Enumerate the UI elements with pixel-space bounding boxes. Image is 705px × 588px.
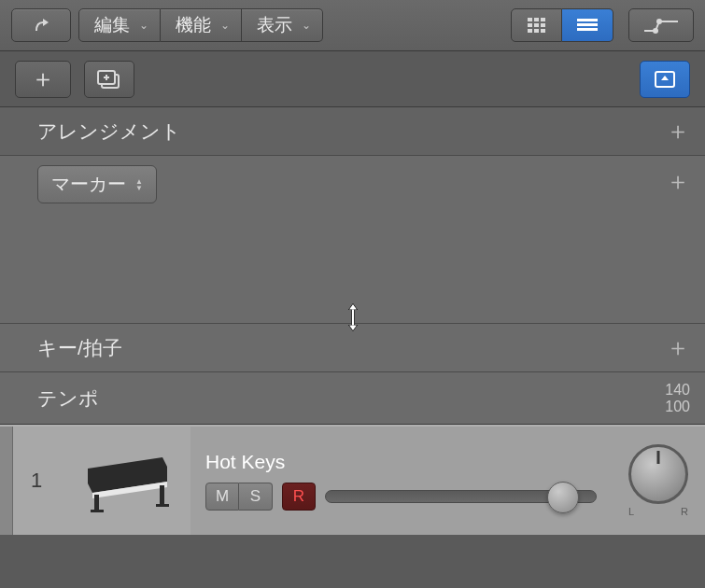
solo-button[interactable]: S [239, 483, 273, 511]
volume-slider[interactable] [325, 490, 597, 503]
marker-track-area[interactable]: マーカー ▲▼ ＋ [0, 156, 705, 324]
svg-point-13 [656, 19, 662, 24]
automation-icon [642, 16, 680, 35]
pointer-tool-button[interactable] [11, 8, 71, 42]
menu-group: 編集 ⌄ 機能 ⌄ 表示 ⌄ [78, 8, 323, 42]
view-mode-group [511, 8, 613, 42]
duplicate-track-button[interactable] [84, 61, 134, 98]
marker-type-selector[interactable]: マーカー ▲▼ [37, 165, 157, 203]
stepper-icon: ▲▼ [135, 178, 143, 191]
grid-icon [527, 17, 547, 34]
pan-left-label: L [628, 506, 634, 517]
pan-control-area: L R [612, 427, 705, 535]
svg-rect-11 [577, 28, 598, 31]
svg-point-12 [653, 28, 658, 34]
view-menu[interactable]: 表示 ⌄ [242, 8, 323, 42]
svg-rect-3 [528, 23, 532, 27]
track-drag-handle[interactable] [0, 427, 13, 535]
svg-rect-28 [94, 495, 99, 511]
volume-slider-thumb[interactable] [547, 482, 579, 513]
track-button-row: M S R [205, 483, 597, 511]
list-view-button[interactable] [562, 8, 613, 42]
menu-label: 編集 [94, 13, 130, 37]
pan-knob[interactable] [628, 444, 688, 504]
svg-rect-5 [541, 23, 545, 27]
svg-marker-25 [349, 326, 357, 331]
resize-vertical-icon [340, 302, 366, 332]
automation-button[interactable] [628, 8, 694, 42]
track-instrument-icon[interactable] [60, 427, 190, 535]
record-enable-button[interactable]: R [282, 483, 316, 511]
svg-rect-0 [528, 18, 532, 21]
tempo-track-header[interactable]: テンポ 140 100 [0, 372, 705, 425]
tempo-high-value: 140 [665, 382, 690, 399]
track-name-label[interactable]: Hot Keys [205, 451, 597, 473]
arrangement-label: アレンジメント [37, 119, 666, 145]
tempo-label: テンポ [37, 385, 665, 412]
add-marker-button[interactable]: ＋ [666, 165, 690, 198]
arrangement-track-header[interactable]: アレンジメント ＋ [0, 107, 705, 156]
global-tracks-section: アレンジメント ＋ マーカー ▲▼ ＋ キー/拍子 ＋ テンポ 140 100 [0, 107, 705, 425]
menu-label: 機能 [176, 13, 211, 37]
svg-rect-6 [528, 29, 532, 33]
edit-menu[interactable]: 編集 ⌄ [78, 8, 161, 42]
add-track-button[interactable]: ＋ [15, 61, 71, 98]
menu-label: 表示 [257, 13, 292, 37]
tempo-range: 140 100 [665, 382, 690, 415]
svg-rect-30 [91, 510, 104, 512]
resize-vertical-cursor[interactable] [340, 302, 366, 336]
track-strip: 1 Hot Keys M S R L R [0, 425, 705, 535]
svg-rect-9 [577, 19, 598, 21]
chevron-down-icon: ⌄ [220, 19, 230, 32]
svg-marker-23 [349, 304, 357, 310]
main-toolbar: 編集 ⌄ 機能 ⌄ 表示 ⌄ [0, 0, 705, 51]
track-toolbar: ＋ [0, 51, 705, 107]
svg-rect-2 [541, 18, 545, 21]
list-icon [576, 18, 599, 33]
global-tracks-toggle[interactable] [640, 61, 690, 98]
svg-marker-19 [661, 76, 669, 80]
duplicate-icon [96, 69, 122, 90]
svg-rect-31 [156, 504, 169, 507]
functions-menu[interactable]: 機能 ⌄ [161, 8, 242, 42]
key-time-label: キー/拍子 [37, 335, 666, 361]
track-controls-area: Hot Keys M S R [190, 427, 612, 535]
svg-rect-1 [534, 18, 539, 21]
track-number[interactable]: 1 [13, 427, 60, 535]
pan-right-label: R [681, 506, 688, 517]
marker-label: マーカー [51, 172, 126, 197]
curve-up-icon [32, 16, 50, 35]
svg-rect-4 [534, 23, 539, 27]
mute-button[interactable]: M [205, 483, 239, 511]
svg-rect-29 [160, 485, 164, 506]
svg-rect-8 [541, 29, 545, 33]
svg-rect-10 [577, 23, 598, 26]
chevron-down-icon: ⌄ [139, 19, 148, 32]
add-key-time-button[interactable]: ＋ [666, 331, 690, 364]
electric-piano-icon [74, 448, 176, 513]
plus-icon: ＋ [31, 63, 55, 95]
tempo-low-value: 100 [665, 399, 690, 415]
pan-lr-labels: L R [628, 506, 688, 517]
mute-solo-group: M S [205, 483, 273, 511]
svg-rect-24 [351, 310, 353, 326]
chevron-down-icon: ⌄ [302, 19, 311, 32]
grid-view-button[interactable] [511, 8, 562, 42]
add-arrangement-button[interactable]: ＋ [666, 115, 690, 147]
svg-rect-7 [534, 29, 539, 33]
panel-collapse-icon [654, 70, 676, 89]
